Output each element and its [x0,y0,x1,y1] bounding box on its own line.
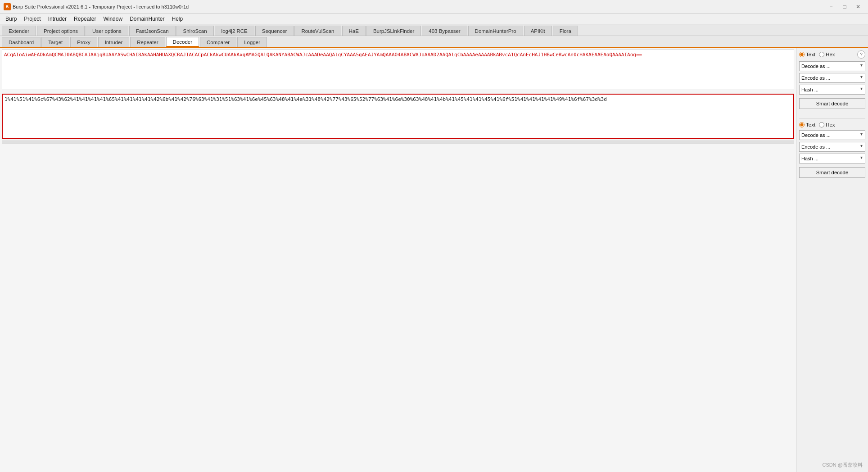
radio-hex-input-1[interactable] [819,52,824,57]
tab-decoder[interactable]: Decoder [166,37,199,47]
main-content: Text Hex ? Decode as ... Encode as ... [0,48,868,472]
menu-burp[interactable]: Burp [2,14,20,24]
tab-hae[interactable]: HaE [342,26,366,36]
decoder-input[interactable] [2,50,794,90]
tab-project-options[interactable]: Project options [37,26,85,36]
smart-decode-button-1[interactable]: Smart decode [799,98,865,109]
tab-fastjsonscan[interactable]: FastJsonScan [129,26,176,36]
help-button-1[interactable]: ? [857,50,865,59]
menu-intruder[interactable]: Intruder [45,14,70,24]
watermark: CSDN @番茄咬料 [823,462,863,468]
encode-as-wrapper-1: Encode as ... [799,73,865,83]
tab-logger[interactable]: Logger [237,37,267,47]
minimize-button[interactable]: − [825,2,837,11]
window-controls: − □ ✕ [825,2,864,11]
encode-as-wrapper-2: Encode as ... [799,142,865,152]
radio-hex-input-2[interactable] [819,122,824,127]
tab-dashboard[interactable]: Dashboard [2,37,41,47]
radio-group-1: Text Hex ? [799,50,865,59]
decoder-right-section-1: Text Hex ? Decode as ... Encode as ... [799,50,865,109]
decoder-right-section-2: Text Hex Decode as ... Encode as ... [799,122,865,178]
tab-log4j2-rce[interactable]: log4j2 RCE [215,26,254,36]
tab-repeater[interactable]: Repeater [130,37,165,47]
hash-select-1[interactable]: Hash ... [799,85,865,95]
decoder-output[interactable] [3,95,793,138]
menu-window[interactable]: Window [99,14,126,24]
encode-as-select-1[interactable]: Encode as ... [799,73,865,83]
tab-domainhunterpro[interactable]: DomainHunterPro [468,26,523,36]
radio-hex-2[interactable]: Hex [819,122,835,127]
tab-extender[interactable]: Extender [2,26,36,36]
radio-group-2: Text Hex [799,122,865,127]
app-icon: B [4,3,11,10]
hash-select-2[interactable]: Hash ... [799,154,865,163]
menu-repeater[interactable]: Repeater [70,14,99,24]
close-button[interactable]: ✕ [852,2,864,11]
menu-help[interactable]: Help [168,14,187,24]
radio-text-2[interactable]: Text [799,122,815,127]
app-title: Burp Suite Professional v2021.6.1 - Temp… [13,4,189,9]
scrollbar[interactable] [2,141,794,144]
decode-as-select-2[interactable]: Decode as ... [799,130,865,140]
divider-1 [799,118,865,118]
menu-project[interactable]: Project [20,14,44,24]
tab-burpjslinkfinder[interactable]: BurpJSLinkFinder [366,26,421,36]
tab-sequencer[interactable]: Sequencer [255,26,294,36]
tab-target[interactable]: Target [41,37,69,47]
tab-proxy[interactable]: Proxy [70,37,97,47]
smart-decode-button-2[interactable]: Smart decode [799,167,865,178]
decoder-right-panel: Text Hex ? Decode as ... Encode as ... [796,48,868,472]
hash-wrapper-1: Hash ... [799,85,865,95]
decode-as-select-1[interactable]: Decode as ... [799,61,865,71]
extension-tab-bar: Extender Project options User options Fa… [0,24,868,36]
main-tab-bar: Dashboard Target Proxy Intruder Repeater… [0,36,868,48]
title-bar: B Burp Suite Professional v2021.6.1 - Te… [0,0,868,14]
decoder-input-area [2,50,794,90]
tab-routevulscan[interactable]: RouteVulScan [294,26,341,36]
radio-text-1[interactable]: Text [799,52,815,57]
tab-shiroscan[interactable]: ShiroScan [176,26,214,36]
menu-bar: Burp Project Intruder Repeater Window Do… [0,14,868,24]
decoder-left-panel [0,48,796,472]
maximize-button[interactable]: □ [838,2,851,11]
radio-text-input-1[interactable] [799,52,805,57]
decode-as-wrapper-2: Decode as ... [799,130,865,140]
menu-domainhunter[interactable]: DomainHunter [126,14,168,24]
title-bar-left: B Burp Suite Professional v2021.6.1 - Te… [4,3,189,10]
radio-text-input-2[interactable] [799,122,805,127]
tab-intruder[interactable]: Intruder [98,37,130,47]
radio-hex-1[interactable]: Hex [819,52,835,57]
tab-comparer[interactable]: Comparer [200,37,236,47]
encode-as-select-2[interactable]: Encode as ... [799,142,865,152]
tab-403bypasser[interactable]: 403 Bypasser [422,26,467,36]
hash-wrapper-2: Hash ... [799,154,865,163]
tab-fiora[interactable]: Fiora [553,26,578,36]
decode-as-wrapper-1: Decode as ... [799,61,865,71]
tab-user-options[interactable]: User options [86,26,128,36]
decoder-output-area [2,94,794,139]
tab-apikit[interactable]: APIKit [524,26,552,36]
